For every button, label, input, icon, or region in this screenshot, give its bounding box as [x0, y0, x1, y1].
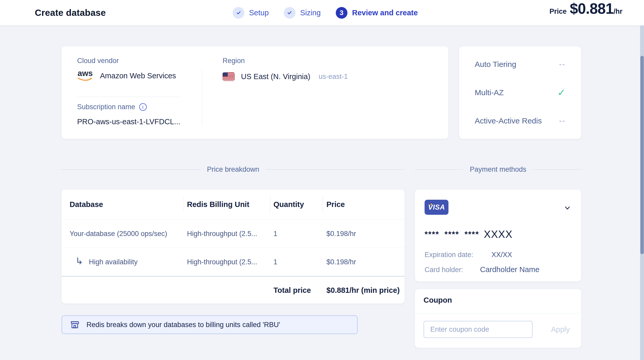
- payment-methods-section-header: Payment methods: [415, 163, 581, 176]
- scrollbar-track[interactable]: [640, 25, 644, 360]
- rbu-banner-text: Redis breaks down your databases to bill…: [86, 321, 280, 329]
- region-name: US East (N. Virginia): [241, 72, 310, 81]
- feature-multi-az: Multi-AZ ✓: [475, 78, 566, 107]
- step-sizing[interactable]: Sizing: [284, 7, 321, 19]
- step-review-label: Review and create: [352, 9, 418, 17]
- divider-line: [533, 169, 581, 170]
- expiration-row: Expiration date: XX/XX: [425, 251, 512, 259]
- info-icon[interactable]: [139, 103, 147, 111]
- column-separator: [323, 196, 323, 213]
- divider-line: [266, 169, 405, 170]
- apply-coupon-button[interactable]: Apply: [545, 321, 576, 338]
- price-unit: /hr: [613, 8, 622, 16]
- region-code: us-east-1: [319, 73, 348, 81]
- card-holder-value: Cardholder Name: [480, 265, 540, 274]
- dash-value: --: [559, 117, 566, 125]
- summary-divider: [77, 97, 181, 97]
- check-icon: [236, 10, 242, 16]
- cloud-vendor-name: Amazon Web Services: [100, 72, 176, 80]
- divider-line: [415, 169, 463, 170]
- column-header-price: Price: [326, 200, 345, 209]
- visa-logo: VISA: [425, 200, 448, 215]
- summary-vertical-divider: [202, 70, 202, 125]
- feature-active-active: Active-Active Redis --: [475, 107, 566, 135]
- step-sizing-label: Sizing: [300, 9, 321, 17]
- payment-method-card: VISA **** **** **** XXXX Expiration date…: [415, 190, 581, 281]
- step-review-number-circle: 3: [336, 7, 347, 19]
- coupon-code-input[interactable]: [424, 321, 533, 338]
- column-separator: [270, 196, 270, 213]
- check-icon: ✓: [557, 88, 566, 98]
- row-quantity: 1: [273, 230, 277, 238]
- card-number-masked: **** **** ****: [425, 230, 479, 239]
- step-setup-done-circle: [233, 7, 244, 19]
- table-row: Your-database (25000 ops/sec) High-throu…: [62, 219, 405, 248]
- step-review-number: 3: [340, 9, 343, 17]
- top-bar: Create database Setup Sizing 3 Review an…: [0, 0, 644, 25]
- card-holder-label: Card holder:: [425, 266, 478, 274]
- column-separator: [184, 196, 184, 213]
- indent-arrow-icon: ↳: [75, 257, 83, 266]
- column-header-database: Database: [70, 200, 103, 209]
- row-database: High availability: [89, 258, 138, 266]
- wizard-steps: Setup Sizing 3 Review and create: [233, 0, 418, 25]
- table-row: ↳ High availability High-throughput (2.5…: [62, 248, 405, 276]
- step-setup-label: Setup: [249, 9, 269, 17]
- step-review-and-create[interactable]: 3 Review and create: [336, 7, 418, 19]
- chevron-down-icon[interactable]: [564, 204, 571, 212]
- subscription-name-label: Subscription name: [77, 103, 135, 111]
- step-setup[interactable]: Setup: [233, 7, 269, 19]
- rbu-info-banner: Redis breaks down your databases to bill…: [62, 315, 358, 334]
- region-label: Region: [223, 57, 245, 65]
- total-price-label: Total price: [273, 286, 311, 295]
- row-billing-unit: High-throughput (2.5...: [187, 230, 257, 238]
- card-number: **** **** **** XXXX: [425, 229, 513, 240]
- card-holder-row: Card holder: Cardholder Name: [425, 265, 539, 274]
- subscription-summary-card: Cloud vendor aws Amazon Web Services Sub…: [62, 46, 448, 139]
- scrollbar-thumb[interactable]: [640, 56, 644, 254]
- payment-methods-title: Payment methods: [470, 165, 526, 174]
- storefront-icon: [70, 320, 80, 330]
- check-icon: [287, 10, 292, 16]
- coupon-card: Coupon Apply: [415, 289, 581, 348]
- features-card: Auto Tiering -- Multi-AZ ✓ Active-Active…: [459, 46, 581, 139]
- cloud-vendor-label: Cloud vendor: [77, 57, 119, 65]
- price-breakdown-section-header: Price breakdown: [62, 163, 405, 176]
- total-price-value: $0.881/hr (min price): [326, 286, 400, 295]
- row-billing-unit: High-throughput (2.5...: [187, 258, 257, 266]
- aws-logo: aws: [77, 70, 93, 81]
- price-value: $0.881: [570, 0, 613, 17]
- row-quantity: 1: [273, 258, 277, 266]
- coupon-title: Coupon: [424, 296, 452, 304]
- row-database: Your-database (25000 ops/sec): [70, 230, 167, 238]
- expiration-label: Expiration date:: [425, 251, 489, 259]
- row-price: $0.198/hr: [326, 230, 356, 238]
- price-breakdown-table: Database Redis Billing Unit Quantity Pri…: [62, 190, 405, 303]
- step-sizing-done-circle: [284, 7, 296, 19]
- expiration-value: XX/XX: [492, 251, 512, 259]
- price-label: Price: [549, 8, 567, 16]
- card-number-last4: XXXX: [484, 229, 513, 240]
- header-price: Price $0.881 /hr: [549, 0, 622, 25]
- divider-line: [62, 169, 200, 170]
- total-row: Total price $0.881/hr (min price): [62, 277, 405, 303]
- subscription-name-value: PRO-aws-us-east-1-LVFDCL...: [77, 117, 180, 126]
- us-flag-icon: [223, 72, 235, 81]
- row-price: $0.198/hr: [326, 258, 356, 266]
- region-row: US East (N. Virginia) us-east-1: [223, 72, 348, 81]
- feature-auto-tiering: Auto Tiering --: [475, 50, 566, 78]
- column-header-rbu: Redis Billing Unit: [187, 200, 249, 209]
- page-title: Create database: [35, 8, 106, 18]
- cloud-vendor-row: aws Amazon Web Services: [77, 70, 176, 81]
- subscription-name-row: Subscription name: [77, 103, 147, 111]
- aws-smile-icon: [78, 77, 93, 81]
- price-breakdown-title: Price breakdown: [207, 165, 259, 174]
- dash-value: --: [559, 60, 566, 68]
- coupon-divider: [415, 313, 581, 313]
- table-header-row: Database Redis Billing Unit Quantity Pri…: [62, 190, 405, 219]
- visa-flick: [430, 203, 433, 205]
- column-header-quantity: Quantity: [273, 200, 304, 209]
